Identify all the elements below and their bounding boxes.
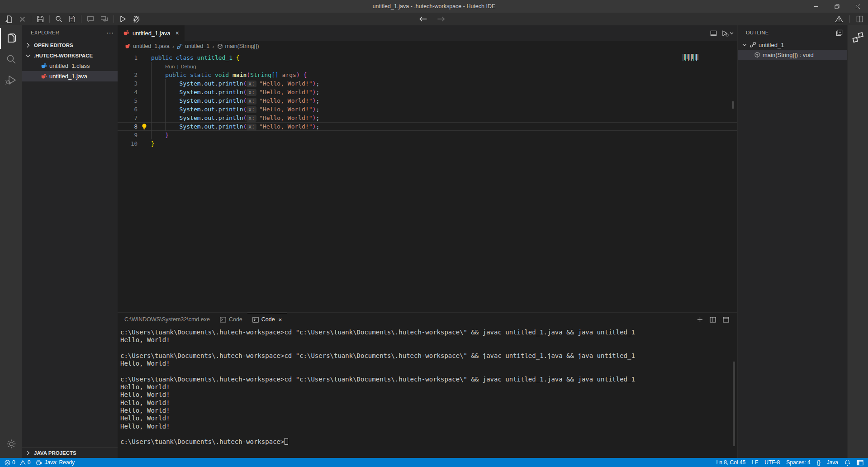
- title-bar: untitled_1.java - .hutech-workspace - Hu…: [0, 0, 868, 13]
- outline-panel: OUTLINE untitled_1main(String[]) : void: [737, 25, 847, 458]
- terminal-line: c:\Users\tuank\Documents\.hutech-workspa…: [120, 352, 737, 360]
- open-editors-section[interactable]: OPEN EDITORS: [22, 40, 118, 50]
- code-editor[interactable]: 1public class untitled_1 {Run|Debug2publ…: [118, 52, 737, 312]
- collapse-all-button[interactable]: [836, 29, 843, 36]
- split-editor-button[interactable]: [856, 15, 863, 23]
- sidebar-item-run-debug[interactable]: [0, 70, 22, 91]
- tab-close-button[interactable]: ×: [175, 29, 179, 37]
- code-line[interactable]: 8System.out.println(x:"Hello, World!");: [118, 122, 737, 131]
- terminal-line: Hello, World!: [120, 407, 737, 415]
- java-projects-section[interactable]: JAVA PROJECTS: [22, 447, 118, 458]
- close-editor-button[interactable]: [19, 16, 25, 22]
- codelens-debug-link[interactable]: Debug: [180, 64, 196, 69]
- window-title: untitled_1.java - .hutech-workspace - Hu…: [0, 3, 868, 10]
- code-line[interactable]: 1public class untitled_1 {: [118, 53, 737, 62]
- indentation-indicator[interactable]: Spaces: 4: [786, 459, 810, 466]
- save-button[interactable]: [37, 15, 44, 23]
- notifications-button[interactable]: [844, 459, 850, 466]
- line-number: 8: [118, 122, 138, 131]
- terminal-output[interactable]: c:\Users\tuank\Documents\.hutech-workspa…: [118, 326, 737, 458]
- problems-indicator[interactable]: 0 0: [5, 459, 30, 466]
- code-line[interactable]: 2public static void main(String[] args) …: [118, 71, 737, 79]
- file-code-button[interactable]: abc: [69, 15, 76, 23]
- editor-scrollbar[interactable]: [732, 101, 734, 109]
- terminal-line: [120, 367, 737, 375]
- new-file-icon: [5, 15, 13, 23]
- comments-button[interactable]: [100, 16, 108, 23]
- code-line-text: public class untitled_1 {: [151, 53, 240, 62]
- encoding-indicator[interactable]: UTF-8: [764, 459, 780, 466]
- code-line[interactable]: 10}: [118, 139, 737, 148]
- inlay-hint: x:: [247, 124, 256, 130]
- code-line[interactable]: 4System.out.println(x:"Hello, World!");: [118, 88, 737, 96]
- toggle-panel-button[interactable]: [710, 30, 717, 37]
- terminal-tab-0[interactable]: C:\WINDOWS\System32\cmd.exe: [119, 313, 215, 326]
- terminal-tab-2[interactable]: Code×: [247, 313, 287, 326]
- code-line[interactable]: 3System.out.println(x:"Hello, World!");: [118, 79, 737, 88]
- cursor-position[interactable]: Ln 8, Col 45: [716, 459, 746, 466]
- nav-back-button[interactable]: [419, 16, 427, 22]
- restore-button[interactable]: [826, 0, 847, 13]
- code-line[interactable]: 6System.out.println(x:"Hello, World!");: [118, 105, 737, 114]
- java-cup-icon: [41, 73, 47, 80]
- lightbulb-icon[interactable]: [138, 123, 151, 130]
- code-line-text: System.out.println(x:"Hello, World!");: [151, 105, 319, 114]
- new-file-button[interactable]: [5, 15, 13, 23]
- breadcrumb-class[interactable]: untitled_1: [177, 43, 209, 49]
- breadcrumb-method[interactable]: main(String[]): [217, 43, 259, 49]
- line-number: 2: [118, 71, 138, 79]
- codelens-run-link[interactable]: Run: [165, 64, 175, 69]
- tab-untitled-1-java[interactable]: untitled_1.java ×: [118, 25, 185, 41]
- java-status[interactable]: Java: Ready: [36, 459, 75, 466]
- maximize-panel-button[interactable]: [723, 317, 729, 323]
- run-debug-icon: [5, 75, 17, 86]
- comment-button[interactable]: [87, 16, 94, 23]
- run-button[interactable]: [119, 15, 126, 23]
- search-icon: [55, 15, 62, 23]
- code-line[interactable]: 5System.out.println(x:"Hello, World!");: [118, 96, 737, 105]
- minimap[interactable]: [683, 54, 698, 61]
- warnings-button[interactable]: [835, 15, 843, 23]
- terminal-tab-1[interactable]: Code: [215, 313, 247, 326]
- terminal-line: Hello, World!: [120, 383, 737, 391]
- run-or-debug-button[interactable]: [721, 30, 734, 37]
- terminal-line: c:\Users\tuank\Documents\.hutech-workspa…: [120, 329, 737, 336]
- breadcrumb-file[interactable]: untitled_1.java: [125, 43, 170, 49]
- code-line[interactable]: 9}: [118, 131, 737, 139]
- split-terminal-button[interactable]: [710, 317, 716, 323]
- java-projects-view-button[interactable]: [852, 32, 864, 43]
- java-file-icon: [125, 43, 131, 49]
- close-terminal-button[interactable]: ×: [279, 316, 282, 323]
- terminal-line: c:\Users\tuank\Documents\.hutech-workspa…: [120, 438, 737, 446]
- outline-item-untitled_1[interactable]: untitled_1: [738, 40, 847, 50]
- workspace-section[interactable]: .HUTECH-WORKSPACE: [22, 50, 118, 61]
- language-mode[interactable]: Java: [827, 459, 838, 466]
- breadcrumb-separator: ›: [212, 43, 214, 50]
- braces-indicator[interactable]: {}: [817, 459, 821, 466]
- class-icon: [750, 42, 756, 48]
- terminal-scrollbar[interactable]: [733, 362, 735, 446]
- chevron-down-icon: [741, 42, 748, 48]
- outline-item-main[interactable]: main(String[]) : void: [738, 50, 847, 60]
- sidebar-item-explorer[interactable]: [0, 28, 22, 49]
- error-icon: [5, 460, 10, 466]
- eol-indicator[interactable]: LF: [752, 459, 758, 466]
- close-window-button[interactable]: [847, 0, 868, 13]
- settings-button[interactable]: [0, 434, 22, 454]
- minimize-button[interactable]: [806, 0, 826, 13]
- outline-item-label: main(String[]) : void: [763, 52, 814, 58]
- error-count: 0: [12, 459, 15, 466]
- new-terminal-button[interactable]: [697, 317, 703, 323]
- search-button[interactable]: [55, 15, 62, 23]
- file-row-untitled_1.java[interactable]: untitled_1.java: [22, 71, 118, 81]
- explorer-more-actions-button[interactable]: ···: [106, 29, 114, 36]
- layout-button[interactable]: [857, 460, 863, 466]
- file-row-untitled_1.class[interactable]: untitled_1.class: [22, 61, 118, 71]
- codelens-row[interactable]: Run|Debug: [118, 62, 737, 71]
- line-number: 5: [118, 96, 138, 105]
- nav-forward-button[interactable]: [437, 16, 445, 22]
- right-activity-bar: [847, 25, 868, 458]
- debug-button[interactable]: [133, 15, 140, 23]
- sidebar-item-search[interactable]: [0, 49, 22, 70]
- code-line[interactable]: 7System.out.println(x:"Hello, World!");: [118, 114, 737, 122]
